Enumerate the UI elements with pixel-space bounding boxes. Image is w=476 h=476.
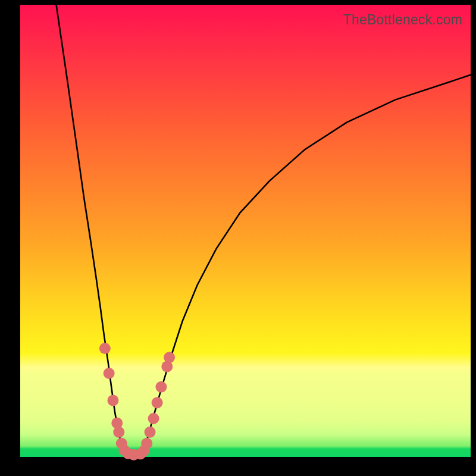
sample-dot	[113, 427, 124, 438]
sample-dot	[148, 413, 159, 424]
sample-dot	[152, 397, 163, 408]
sample-dot	[141, 438, 152, 449]
sample-dots	[99, 343, 175, 461]
chart-overlay	[20, 5, 471, 457]
sample-dot	[145, 427, 156, 438]
sample-dot	[155, 381, 167, 393]
sample-dot	[104, 368, 115, 379]
sample-dot	[164, 352, 175, 363]
sample-dot	[107, 395, 118, 406]
curve-right	[142, 75, 471, 455]
chart-stage: TheBottleneck.com	[0, 0, 476, 476]
sample-dot	[99, 343, 111, 354]
plot-area: TheBottleneck.com	[20, 5, 471, 457]
curve-left	[57, 5, 124, 455]
